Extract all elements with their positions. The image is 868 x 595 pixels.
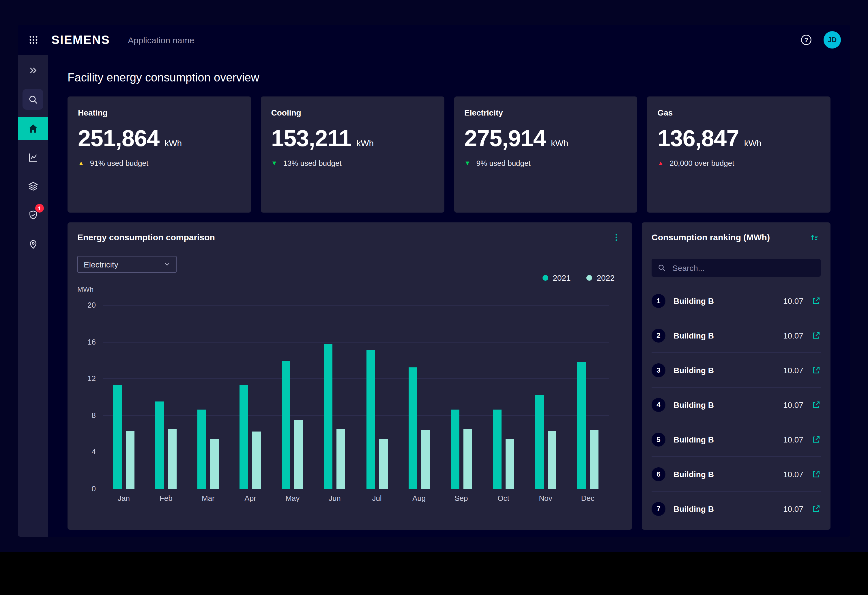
decrease-icon — [271, 160, 278, 166]
consumption-value: 10.07 — [783, 366, 803, 374]
kpi-cards-row: Heating 251,864 kWh 91% used budget — [68, 96, 831, 213]
external-link-icon[interactable] — [812, 366, 821, 374]
ranking-row: 5Building B10.07 — [652, 422, 821, 457]
bar-2022-feb[interactable] — [168, 429, 177, 489]
bar-group-apr: Apr — [229, 305, 271, 489]
sort-icon — [810, 233, 819, 243]
bar-2022-mar[interactable] — [210, 439, 219, 489]
sidebar-item-locations[interactable] — [18, 229, 48, 258]
search-icon — [22, 89, 43, 110]
energy-type-select[interactable]: Electricity — [77, 256, 177, 273]
bar-2021-aug[interactable] — [408, 367, 417, 489]
chart-legend: 20212022 — [542, 273, 615, 283]
bar-group-may: May — [272, 305, 314, 489]
building-name: Building B — [673, 469, 714, 479]
ranking-row: 4Building B10.07 — [652, 388, 821, 422]
y-tick-label: 4 — [92, 448, 96, 456]
chevrons-right-icon — [18, 59, 48, 82]
sidebar-item-layers[interactable] — [18, 172, 48, 200]
ranking-title: Consumption ranking (MWh) — [652, 232, 770, 243]
external-link-icon[interactable] — [812, 296, 821, 305]
legend-item-2022[interactable]: 2022 — [586, 273, 615, 283]
app-window: SIEMENS Application name ? JD — [18, 25, 850, 537]
gridline — [103, 489, 609, 489]
external-link-icon[interactable] — [812, 435, 821, 444]
external-link-icon[interactable] — [812, 469, 821, 479]
external-link-icon[interactable] — [812, 504, 821, 514]
bar-2022-oct[interactable] — [505, 439, 514, 489]
chart-options-button[interactable] — [611, 232, 622, 243]
sidebar-item-analytics[interactable] — [18, 143, 48, 172]
app-launcher-icon[interactable] — [28, 35, 39, 45]
external-link-icon[interactable] — [812, 400, 821, 409]
kpi-value-row: 275,914 kWh — [464, 126, 627, 150]
user-avatar[interactable]: JD — [824, 31, 841, 49]
x-axis-label: Mar — [202, 494, 215, 503]
kpi-unit: kWh — [744, 138, 762, 148]
y-axis-unit-label: MWh — [77, 286, 622, 293]
bar-2021-dec[interactable] — [577, 362, 586, 489]
bar-2021-apr[interactable] — [240, 385, 248, 489]
kpi-value: 251,864 — [78, 126, 159, 150]
kpi-status: 20,000 over budget — [658, 159, 821, 167]
bar-2022-nov[interactable] — [548, 431, 557, 489]
bar-2021-sep[interactable] — [450, 410, 459, 489]
line-chart-icon — [18, 145, 48, 169]
kpi-status-text: 20,000 over budget — [669, 159, 734, 167]
x-axis-label: May — [285, 494, 300, 503]
kpi-value-row: 136,847 kWh — [658, 126, 821, 150]
kpi-label: Heating — [78, 108, 241, 117]
rank-number-badge: 1 — [652, 294, 666, 308]
x-axis-label: Sep — [455, 494, 468, 503]
kpi-value: 275,914 — [464, 126, 546, 150]
bar-group-aug: Aug — [398, 305, 440, 489]
bar-2021-oct[interactable] — [493, 410, 501, 489]
sidebar-item-search[interactable] — [18, 85, 48, 114]
ranking-search-input[interactable] — [652, 259, 821, 277]
legend-item-2021[interactable]: 2021 — [542, 273, 570, 283]
bar-group-mar: Mar — [187, 305, 229, 489]
energy-type-select-value: Electricity — [84, 260, 118, 269]
building-name: Building B — [673, 296, 714, 305]
bar-2022-may[interactable] — [295, 420, 303, 489]
sidebar-item-home[interactable] — [18, 114, 48, 143]
legend-dot — [586, 275, 592, 281]
sort-button[interactable] — [809, 232, 821, 244]
consumption-value: 10.07 — [783, 296, 803, 305]
bar-2022-jun[interactable] — [337, 429, 345, 489]
y-tick-label: 12 — [87, 374, 96, 383]
warning-icon — [78, 160, 84, 166]
kpi-card-heating: Heating 251,864 kWh 91% used budget — [68, 96, 251, 213]
bar-2021-jan[interactable] — [113, 385, 122, 489]
bar-2022-jan[interactable] — [126, 431, 134, 489]
external-link-icon[interactable] — [812, 331, 821, 340]
bar-2021-jul[interactable] — [366, 350, 375, 489]
bar-2022-apr[interactable] — [252, 432, 261, 489]
x-axis-label: Oct — [497, 494, 509, 503]
bar-2022-sep[interactable] — [463, 429, 472, 489]
x-axis-label: Dec — [581, 494, 595, 503]
x-axis-label: Aug — [412, 494, 426, 503]
rank-number-badge: 2 — [652, 329, 666, 342]
bar-2022-dec[interactable] — [590, 430, 598, 489]
chevron-down-icon — [163, 260, 171, 268]
top-bar-actions: ? JD — [800, 31, 841, 49]
main-content: Facility energy consumption overview Hea… — [48, 55, 850, 537]
help-icon[interactable]: ? — [800, 34, 813, 46]
notification-badge: 1 — [35, 204, 44, 213]
bar-2021-jun[interactable] — [324, 345, 333, 489]
consumption-value: 10.07 — [783, 400, 803, 409]
bar-2022-jul[interactable] — [379, 439, 388, 489]
bar-2021-mar[interactable] — [197, 410, 206, 489]
bar-2021-nov[interactable] — [535, 395, 544, 489]
bar-2022-aug[interactable] — [421, 430, 430, 489]
sidebar-item-compliance[interactable]: 1 — [18, 200, 48, 229]
bar-2021-may[interactable] — [282, 361, 291, 489]
kpi-status-text: 91% used budget — [90, 159, 148, 167]
bar-2021-feb[interactable] — [155, 401, 164, 489]
building-name: Building B — [673, 331, 714, 340]
sidebar-expand-button[interactable] — [18, 56, 48, 85]
kpi-status-text: 13% used budget — [283, 159, 341, 167]
bar-group-oct: Oct — [482, 305, 524, 489]
bar-group-feb: Feb — [145, 305, 187, 489]
